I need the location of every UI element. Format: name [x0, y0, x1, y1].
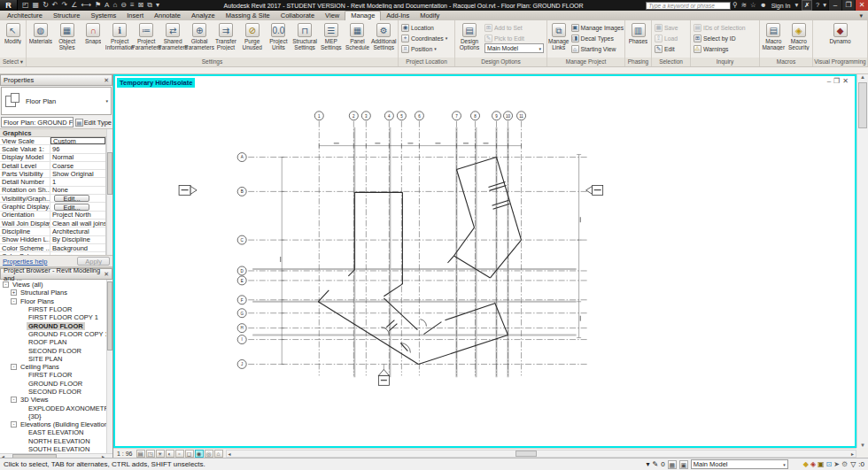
- subscription-icon[interactable]: ≋: [740, 0, 748, 11]
- wall[interactable]: [384, 284, 402, 297]
- tree-expander-icon[interactable]: -: [11, 298, 17, 304]
- active-design-option-dropdown[interactable]: Main Model▾: [484, 43, 544, 53]
- manage-project-item[interactable]: ◨ Decal Types: [571, 33, 624, 43]
- tree-expander-icon[interactable]: +: [11, 289, 17, 296]
- inquiry-item[interactable]: ⊞ Select by ID: [694, 33, 756, 43]
- wall[interactable]: [318, 302, 418, 365]
- qat-icon[interactable]: ≡: [128, 0, 136, 11]
- project-browser-close-icon[interactable]: ✕: [104, 271, 109, 278]
- wall[interactable]: [453, 256, 490, 278]
- qat-icon[interactable]: ↶: [50, 0, 60, 11]
- settings-button[interactable]: 0.0 Project Units: [266, 21, 292, 58]
- tree-item[interactable]: EAST ELEVATION: [0, 428, 112, 436]
- settings-button[interactable]: ▦ Panel Schedule Templates: [345, 21, 371, 58]
- minimize-button[interactable]: –: [828, 0, 841, 11]
- ribbon-tab[interactable]: Architecture: [2, 11, 48, 20]
- view-control-icon[interactable]: ◻: [185, 450, 194, 458]
- view-control-icon[interactable]: ☀: [156, 450, 165, 458]
- design-options-dialog-icon[interactable]: ▣: [679, 460, 688, 469]
- tree-item[interactable]: SOUTH ELEVATION: [0, 445, 112, 453]
- status-toggle-icon[interactable]: ◆: [803, 460, 809, 469]
- wall[interactable]: [445, 304, 494, 320]
- tree-item[interactable]: + Structural Plans: [0, 289, 112, 297]
- ribbon-tab[interactable]: Analyze: [186, 11, 221, 20]
- selection-item[interactable]: ▦ Save: [655, 22, 687, 33]
- phases-button[interactable]: ▥ Phases: [626, 21, 650, 58]
- status-toggle-icon[interactable]: ➤: [833, 460, 840, 469]
- temporary-hide-isolate-badge[interactable]: Temporary Hide/Isolate: [117, 78, 195, 88]
- view-scale-button[interactable]: 1 : 96: [113, 451, 136, 457]
- selection-item[interactable]: ⇪ Load: [655, 33, 687, 43]
- wall[interactable]: [447, 256, 453, 263]
- qat-icon[interactable]: ↻: [41, 0, 50, 11]
- settings-button[interactable]: ⚙ Additional Settings: [370, 21, 397, 58]
- restore-button[interactable]: ❐: [841, 0, 855, 11]
- ribbon-tab[interactable]: Collaborate: [275, 11, 320, 20]
- project-location-item[interactable]: ◉ Location: [401, 22, 452, 33]
- tree-expander-icon[interactable]: -: [11, 421, 17, 428]
- properties-close-icon[interactable]: ✕: [104, 77, 109, 84]
- tree-expander-icon[interactable]: -: [11, 364, 17, 370]
- manage-links-button[interactable]: ⧉ Manage Links: [548, 21, 570, 58]
- filter-icon[interactable]: ▽: [850, 460, 856, 469]
- help-dropdown-icon[interactable]: ▾: [821, 0, 828, 11]
- settings-button[interactable]: ⊕ Global Parameters: [186, 21, 213, 58]
- wall[interactable]: [497, 158, 522, 241]
- project-location-item[interactable]: ⌗ Position ▾: [401, 43, 452, 54]
- drawing-vscrollbar[interactable]: ▲▼: [856, 74, 868, 448]
- tree-item[interactable]: GROUND FLOOR COPY 1: [0, 330, 112, 338]
- tree-item[interactable]: - 3D Views: [0, 396, 112, 404]
- instance-selector-dropdown[interactable]: Floor Plan: GROUND FL▾: [1, 117, 74, 127]
- tree-item[interactable]: SECOND FLOOR: [0, 388, 112, 396]
- ribbon-tab[interactable]: Structure: [48, 11, 85, 20]
- ribbon-display-toggle-icon[interactable]: ▾: [859, 11, 863, 20]
- settings-button[interactable]: ◍ Materials: [27, 21, 54, 58]
- settings-button[interactable]: ℹ Project Information: [106, 21, 133, 58]
- macros-button[interactable]: ◈ Macro Security: [787, 21, 812, 58]
- revit-logo-icon[interactable]: R: [0, 0, 18, 11]
- tree-item[interactable]: FIRST FLOOR: [0, 305, 112, 313]
- tree-expander-icon[interactable]: -: [3, 281, 9, 288]
- manage-project-item[interactable]: ⌂ Starting View: [571, 43, 624, 54]
- active-design-option-statusbar-dropdown[interactable]: Main Model▾: [691, 459, 788, 469]
- ribbon-tab[interactable]: Insert: [121, 11, 149, 20]
- settings-button[interactable]: ≔ Project Parameters: [133, 21, 159, 58]
- wall[interactable]: [491, 240, 522, 278]
- view-control-icon[interactable]: ⌂: [214, 450, 223, 458]
- view-window-controls[interactable]: –❐✕: [827, 77, 851, 85]
- design-options-item[interactable]: ⊞ Add to Set: [484, 22, 544, 33]
- settings-button[interactable]: ⇉ Transfer Project Standards: [213, 21, 239, 58]
- edit-type-button[interactable]: ▤ Edit Type: [75, 119, 112, 127]
- settings-button[interactable]: ⊓ Structural Settings: [291, 21, 318, 58]
- qat-icon[interactable]: ⚑: [93, 0, 103, 11]
- properties-header[interactable]: Properties ✕: [0, 74, 112, 86]
- elevation-marker-arrow[interactable]: [586, 186, 593, 194]
- sign-in-dropdown-icon[interactable]: ▾: [793, 0, 800, 11]
- settings-button[interactable]: ☰ MEP Settings: [318, 21, 345, 58]
- view-control-icon[interactable]: ◐: [166, 450, 174, 458]
- tree-item[interactable]: GROUND FLOOR: [0, 321, 112, 329]
- view-control-icon[interactable]: ▫: [175, 450, 184, 458]
- tree-item[interactable]: EXPLODED AXONOMETRY: [0, 404, 112, 412]
- floor-plan-drawing[interactable]: 1234567891011ABCDEFGHIJ: [115, 76, 855, 446]
- tree-item[interactable]: NORTH ELEVATION: [0, 437, 112, 445]
- favorites-star-icon[interactable]: ☆: [748, 0, 758, 11]
- type-selector-dropdown-icon[interactable]: ▾: [105, 98, 108, 104]
- tree-item[interactable]: - Views (all): [0, 281, 112, 289]
- door-swing[interactable]: [381, 327, 389, 335]
- qat-icon[interactable]: ∠: [69, 0, 79, 11]
- qat-icon[interactable]: ▦: [31, 0, 42, 11]
- tree-item[interactable]: SITE PLAN: [0, 355, 112, 363]
- properties-scrollbar[interactable]: [106, 129, 112, 255]
- status-toggle-icon[interactable]: ⚙: [841, 460, 848, 469]
- manage-project-item[interactable]: ▣ Manage Images: [571, 22, 624, 33]
- search-input[interactable]: Type a keyword or phrase: [646, 2, 731, 10]
- view-control-icon[interactable]: ◳: [146, 450, 155, 458]
- user-icon[interactable]: ☻: [758, 0, 769, 11]
- apply-button[interactable]: Apply: [77, 257, 110, 266]
- qat-icon[interactable]: ▾: [154, 0, 161, 11]
- type-selector[interactable]: Floor Plan ▾: [1, 87, 112, 115]
- status-toggle-icon[interactable]: ⊡: [826, 460, 833, 469]
- settings-button[interactable]: ▦ Object Styles: [54, 21, 81, 58]
- tree-item[interactable]: - Floor Plans: [0, 297, 112, 305]
